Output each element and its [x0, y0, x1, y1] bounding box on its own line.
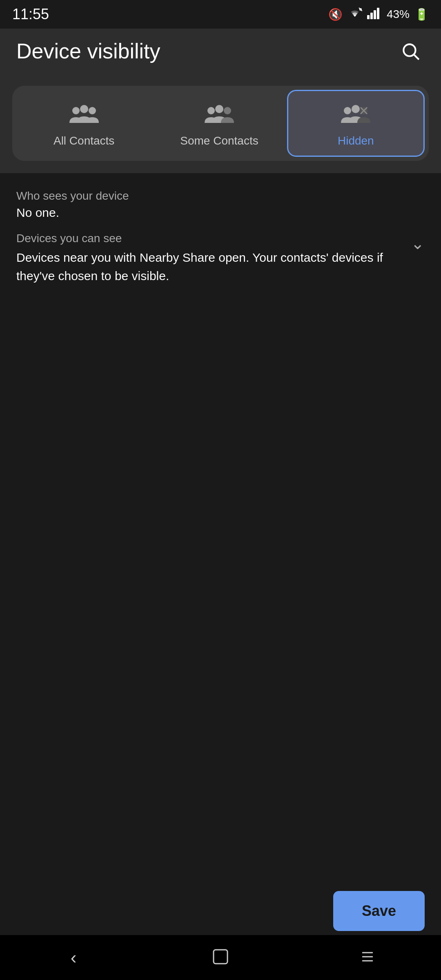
status-icons: 🔇 43% 🔋: [328, 7, 429, 22]
option-some-contacts[interactable]: Some Contacts: [151, 90, 287, 157]
devices-can-see-value: Devices near you with Nearby Share open.…: [16, 248, 403, 285]
svg-point-15: [352, 105, 360, 113]
save-button[interactable]: Save: [333, 891, 425, 931]
mute-icon: 🔇: [328, 8, 343, 21]
svg-point-10: [89, 107, 96, 114]
header: Device visibility: [0, 29, 441, 74]
search-button[interactable]: [396, 37, 425, 65]
svg-point-13: [224, 107, 231, 114]
recents-icon: [357, 947, 378, 969]
svg-point-14: [344, 107, 351, 114]
svg-rect-5: [377, 8, 379, 19]
visibility-options-container: All Contacts Some Contacts: [12, 86, 429, 161]
devices-can-see-label: Devices you can see: [16, 232, 403, 245]
visibility-selector: All Contacts Some Contacts: [0, 74, 441, 173]
save-button-container: Save: [333, 891, 425, 931]
hidden-icon: [339, 103, 372, 128]
status-time: 11:55: [12, 6, 49, 23]
back-button[interactable]: ‹: [53, 945, 94, 970]
devices-you-can-see-block: Devices you can see Devices near you wit…: [16, 232, 425, 285]
status-bar: 11:55 🔇 43% 🔋: [0, 0, 441, 29]
hidden-label: Hidden: [338, 134, 374, 147]
battery-indicator: 43%: [387, 8, 410, 21]
who-sees-value: No one.: [16, 206, 425, 220]
all-contacts-icon: [68, 103, 100, 128]
battery-icon: 🔋: [414, 8, 429, 21]
svg-rect-19: [214, 950, 227, 964]
option-all-contacts[interactable]: All Contacts: [16, 90, 151, 157]
page-title: Device visibility: [16, 39, 160, 63]
recents-button[interactable]: [347, 945, 388, 970]
expand-button[interactable]: ⌄: [411, 234, 425, 253]
svg-point-6: [403, 44, 415, 56]
svg-point-9: [80, 105, 88, 113]
svg-point-8: [72, 107, 80, 114]
svg-point-12: [215, 105, 223, 113]
some-contacts-label: Some Contacts: [180, 134, 258, 147]
svg-rect-4: [374, 10, 376, 19]
wifi-icon: [347, 7, 362, 22]
who-sees-label: Who sees your device: [16, 189, 425, 203]
svg-line-7: [414, 55, 419, 59]
home-icon: [210, 947, 231, 969]
navigation-bar: ‹: [0, 935, 441, 980]
info-section: Who sees your device No one. Devices you…: [0, 173, 441, 314]
home-button[interactable]: [200, 945, 241, 970]
svg-point-11: [207, 107, 215, 114]
signal-icon: [367, 7, 382, 22]
some-contacts-icon: [203, 103, 236, 128]
svg-rect-2: [367, 15, 370, 19]
who-sees-block: Who sees your device No one.: [16, 189, 425, 220]
svg-rect-3: [370, 13, 373, 19]
back-icon: ‹: [71, 947, 77, 968]
all-contacts-label: All Contacts: [53, 134, 114, 147]
option-hidden[interactable]: Hidden: [287, 90, 425, 157]
search-icon: [400, 41, 421, 61]
